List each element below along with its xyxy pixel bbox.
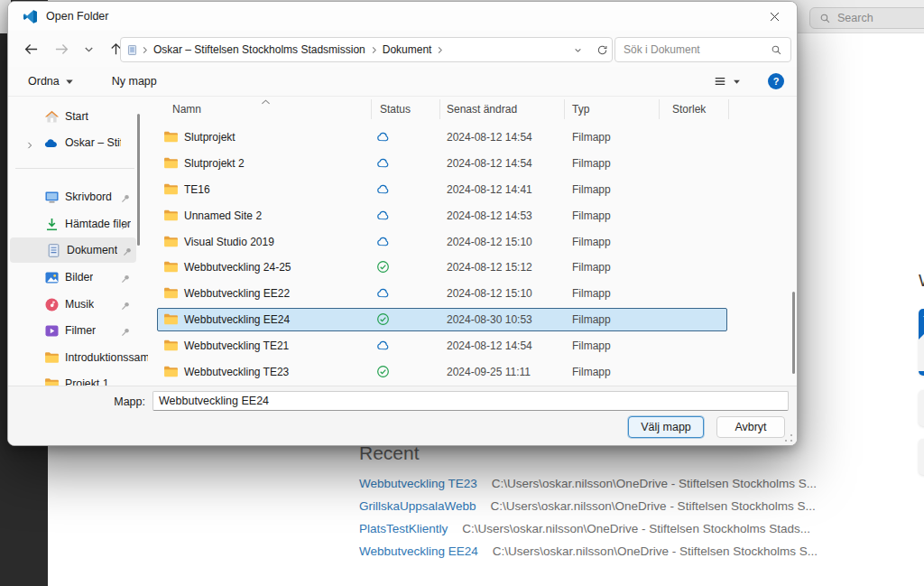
caret-down-icon <box>733 79 741 85</box>
close-icon[interactable] <box>764 6 784 26</box>
recent-path: C:\Users\oskar.nilsson\OneDrive - Stifte… <box>493 544 818 558</box>
folder-icon <box>163 338 179 353</box>
recent-link[interactable]: Webbutveckling EE24 <box>359 544 478 558</box>
ordna-menu-button[interactable]: Ordna <box>21 71 81 91</box>
vscode-search-placeholder: Search <box>837 12 873 24</box>
column-header-storlek[interactable]: Storlek <box>672 103 706 116</box>
select-folder-button[interactable]: Välj mapp <box>628 416 704 438</box>
new-folder-button[interactable]: Ny mapp <box>105 71 164 91</box>
recent-entry: PlatsTestKliently C:\Users\oskar.nilsson… <box>359 522 924 535</box>
file-row[interactable]: Webbutveckling 24-25 2024-08-12 15:12 Fi… <box>151 255 788 281</box>
sidebar-item-oskar-stiftelse[interactable]: Oskar – Stiftelse <box>8 130 149 155</box>
file-row[interactable]: Webbutveckling TE21 2024-08-12 14:54 Fil… <box>151 332 788 358</box>
sidebar-item-label: Dokument <box>67 244 117 256</box>
cancel-button[interactable]: Avbryt <box>716 416 785 438</box>
pin-icon <box>120 272 131 283</box>
breadcrumb-separator-icon <box>138 45 152 55</box>
file-name: Unnamed Site 2 <box>184 209 262 222</box>
sidebar-item-musik[interactable]: Musik <box>8 292 149 317</box>
file-row[interactable]: Slutprojekt 2 2024-08-12 14:54 Filmapp <box>151 151 788 177</box>
file-name: Visual Studio 2019 <box>184 236 274 248</box>
file-row[interactable]: Webbutveckling EE22 2024-08-12 15:10 Fil… <box>151 281 788 307</box>
folder-icon <box>163 260 179 275</box>
back-button[interactable] <box>19 37 42 60</box>
pin-icon <box>122 245 133 256</box>
sidebar-item-icon <box>44 109 60 125</box>
folder-icon <box>163 130 179 145</box>
help-icon[interactable]: ? <box>768 73 784 89</box>
sidebar-divider <box>15 168 134 169</box>
folder-icon <box>163 312 179 327</box>
sidebar-item-icon <box>44 217 60 232</box>
modified-date: 2024-08-12 15:12 <box>447 261 532 274</box>
sidebar-item-dokument[interactable]: Dokument <box>10 237 136 263</box>
sidebar-item-introduktionssamtal[interactable]: Introduktionssamtal <box>8 345 149 370</box>
sidebar-item-h-mtade-filer[interactable]: Hämtade filer <box>8 211 149 237</box>
column-header-namn[interactable]: Namn <box>172 103 201 116</box>
walkthrough-card[interactable]: Learn the Fundamentals <box>919 390 924 426</box>
vscode-command-center-search[interactable]: Search <box>809 7 924 29</box>
column-divider[interactable] <box>439 99 440 119</box>
file-list-scrollbar[interactable] <box>792 292 795 374</box>
column-divider[interactable] <box>728 99 729 119</box>
file-row[interactable]: Slutprojekt 2024-08-12 14:54 Filmapp <box>151 125 788 151</box>
folder-field-label: Mapp: <box>8 395 145 408</box>
folder-name-input[interactable] <box>152 391 789 411</box>
file-row[interactable]: Webbutveckling TE23 2024-09-25 11:11 Fil… <box>151 358 788 385</box>
file-name: Webbutveckling TE23 <box>184 366 289 378</box>
file-type: Filmapp <box>572 340 611 352</box>
onedrive-status-icon <box>376 312 391 327</box>
walkthrough-card[interactable]: ★Get Started with VS CodeCustomize your … <box>919 309 924 376</box>
recent-link[interactable]: GrillskaUppsalaWebb <box>359 499 476 513</box>
recent-path: C:\Users\oskar.nilsson\OneDrive - Stifte… <box>492 477 817 490</box>
file-name: Webbutveckling TE21 <box>184 340 289 352</box>
file-row[interactable]: Unnamed Site 2 2024-08-12 14:53 Filmapp <box>151 202 788 228</box>
resize-grip[interactable] <box>784 433 793 442</box>
recent-path: C:\Users\oskar.nilsson\OneDrive - Stifte… <box>491 499 816 513</box>
explorer-search-input[interactable]: Sök i Dokument <box>614 37 791 62</box>
sort-ascending-icon <box>261 93 271 109</box>
recent-link[interactable]: Webbutveckling TE23 <box>359 477 477 490</box>
sidebar-item-label: Oskar – Stiftelse <box>65 136 121 149</box>
file-type: Filmapp <box>572 313 611 326</box>
recent-entry: Webbutveckling EE24 C:\Users\oskar.nilss… <box>359 544 924 558</box>
file-row[interactable]: Webbutveckling EE24 2024-08-30 10:53 Fil… <box>151 307 788 333</box>
file-list: Slutprojekt 2024-08-12 14:54 Filmapp Slu… <box>151 125 788 385</box>
view-mode-button[interactable] <box>706 71 748 91</box>
pin-icon <box>120 219 131 229</box>
address-bar[interactable]: Oskar – Stiftelsen Stockholms Stadsmissi… <box>120 37 613 62</box>
column-divider[interactable] <box>564 99 565 119</box>
chevron-right-icon[interactable] <box>25 137 36 148</box>
file-type: Filmapp <box>572 236 611 248</box>
sidebar-item-skrivbord[interactable]: Skrivbord <box>8 184 149 209</box>
recent-locations-dropdown-icon[interactable] <box>77 37 100 60</box>
file-type: Filmapp <box>572 261 611 274</box>
modified-date: 2024-09-25 11:11 <box>447 366 531 378</box>
sidebar-scrollbar[interactable] <box>137 114 140 246</box>
pin-icon <box>120 191 131 202</box>
modified-date: 2024-08-12 14:53 <box>447 209 532 222</box>
file-row[interactable]: Visual Studio 2019 2024-08-12 15:10 Film… <box>151 228 788 255</box>
sidebar-item-start[interactable]: Start <box>8 104 149 129</box>
breadcrumb-root[interactable]: Oskar – Stiftelsen Stockholms Stadsmissi… <box>152 43 367 56</box>
dialog-titlebar[interactable]: Open Folder <box>8 2 797 31</box>
modified-date: 2024-08-12 14:54 <box>447 340 532 352</box>
onedrive-status-icon <box>376 182 391 197</box>
file-type: Filmapp <box>572 183 611 196</box>
sidebar-item-filmer[interactable]: Filmer <box>8 318 149 343</box>
column-header-senast[interactable]: Senast ändrad <box>447 103 517 116</box>
column-header-typ[interactable]: Typ <box>572 103 589 116</box>
breadcrumb-current[interactable]: Dokument <box>381 43 434 56</box>
sidebar-item-bilder[interactable]: Bilder <box>8 265 149 290</box>
sidebar-item-icon <box>44 190 60 205</box>
column-divider[interactable] <box>659 99 660 119</box>
onedrive-status-icon <box>376 156 391 171</box>
file-row[interactable]: TE16 2024-08-12 14:41 Filmapp <box>151 177 788 203</box>
recent-link[interactable]: PlatsTestKliently <box>359 522 448 535</box>
column-header-status[interactable]: Status <box>380 103 411 116</box>
refresh-icon[interactable] <box>596 44 608 56</box>
forward-button[interactable] <box>50 37 73 60</box>
column-divider[interactable] <box>371 99 372 119</box>
recent-entry: GrillskaUppsalaWebb C:\Users\oskar.nilss… <box>359 499 924 513</box>
address-dropdown-icon[interactable] <box>572 44 584 56</box>
